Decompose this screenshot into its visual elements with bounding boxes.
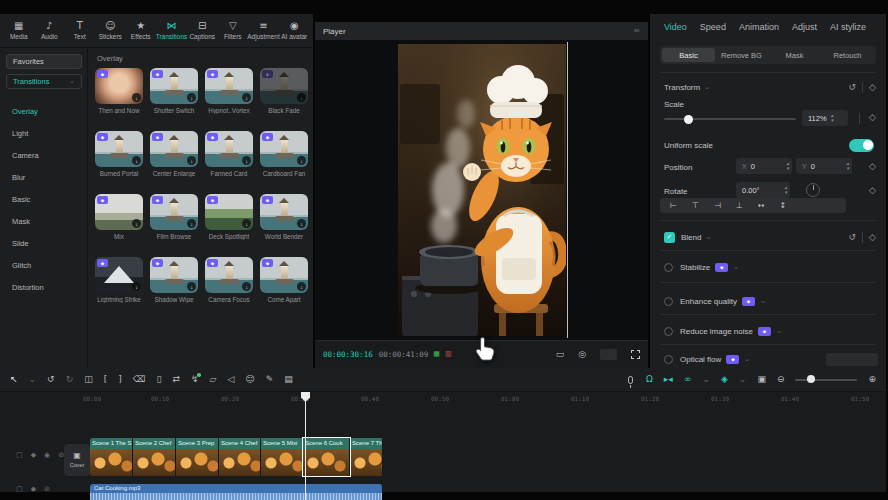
sidebar-item-camera[interactable]: Camera (0, 144, 88, 166)
blend-checkbox[interactable]: ✓ (664, 232, 675, 243)
quality-pill[interactable] (600, 349, 617, 360)
scale-value-box[interactable]: 112% ▴▾ (802, 110, 848, 126)
link-icon[interactable]: ∞ (684, 375, 692, 384)
keyframe-icon[interactable]: ◇ (869, 233, 876, 242)
favorites-button[interactable]: Favorites (6, 54, 82, 69)
smart-tool-icon[interactable]: ↯ (191, 375, 199, 384)
scale-slider-knob[interactable] (684, 115, 693, 124)
timeline-clip[interactable]: Scene 5 Mixi (261, 438, 303, 476)
transition-card[interactable]: ◆↓Burned Portal (95, 131, 143, 177)
transition-card[interactable]: ◆↓Cardboard Fan (260, 131, 308, 177)
snap-icon[interactable]: ▸◂ (664, 375, 673, 384)
transition-card[interactable]: ◆↓Mix (95, 194, 143, 240)
timeline-clip[interactable]: Scene 2 Chef (133, 438, 176, 476)
tab-video[interactable]: Video (664, 22, 687, 32)
transition-card[interactable]: ◆↓Black Fade (260, 68, 308, 114)
sidebar-item-glitch[interactable]: Glitch (0, 254, 88, 276)
track-hide-icon[interactable]: ◉ (44, 452, 50, 459)
transition-card[interactable]: ◆↓Shutter Switch (150, 68, 198, 114)
chevron-down-icon[interactable]: ⌄ (744, 356, 750, 363)
zoom-out-icon[interactable]: ⊖ (777, 375, 785, 384)
tab-stickers[interactable]: ☺Stickers (96, 21, 126, 40)
transition-card[interactable]: ◆↓Hypnot..Vortex (205, 68, 253, 114)
position-y-box[interactable]: Y 0 ▴▾ (796, 158, 852, 174)
zoom-slider-knob[interactable] (807, 375, 815, 383)
chevron-down-icon[interactable]: ⌄ (760, 298, 766, 305)
track-toggle-icon[interactable]: ▢ (16, 452, 23, 459)
delete-icon[interactable]: ⌫ (133, 375, 146, 384)
transition-card[interactable]: ◆↓Fanned Card (205, 131, 253, 177)
draw-tool-icon[interactable]: ✎ (266, 375, 274, 384)
mirror-icon[interactable]: ⇄ (172, 375, 180, 384)
sidebar-item-slide[interactable]: Slide (0, 232, 88, 254)
transition-card[interactable]: ◆↓Shadow Wipe (150, 257, 198, 303)
sidebar-item-light[interactable]: Light (0, 122, 88, 144)
scale-slider[interactable] (664, 118, 796, 120)
redo-icon[interactable]: ↻ (66, 375, 74, 384)
transition-card[interactable]: ◆↓Deck Spotlight (205, 194, 253, 240)
screen-tool-icon[interactable]: ▤ (284, 375, 293, 384)
extract-icon[interactable]: ▯ (156, 375, 161, 384)
chevron-down-icon[interactable]: ⌄ (705, 234, 711, 241)
track-toggle-icon[interactable]: ▢ (16, 486, 23, 493)
keyframe-icon[interactable]: ◇ (869, 186, 876, 195)
group-icon[interactable]: ◈ (721, 375, 728, 384)
chevron-down-icon[interactable]: ⌄ (29, 375, 37, 384)
rotate-value-box[interactable]: 0.00° ▴▾ (736, 182, 790, 198)
audio-clip[interactable]: Cat Cooking.mp3 (90, 484, 382, 500)
tab-text[interactable]: TText (65, 21, 95, 40)
uniform-scale-toggle[interactable] (849, 139, 874, 152)
chevron-down-icon[interactable]: ⌄ (702, 375, 710, 384)
optical-flow-checkbox[interactable] (664, 355, 673, 364)
aspect-ratio-icon[interactable]: ▭ (556, 350, 565, 359)
split-icon[interactable]: ◫ (84, 375, 93, 384)
tab-audio[interactable]: ♪Audio (35, 21, 65, 40)
chevron-down-icon[interactable]: ⌄ (733, 264, 739, 271)
avatar-tool-icon[interactable]: ☺ (245, 375, 254, 384)
stepper-down-icon[interactable]: ▾ (831, 118, 834, 123)
tab-filters[interactable]: ▽Filters (218, 21, 248, 40)
stepper-down-icon[interactable]: ▾ (786, 166, 789, 171)
track-lock-icon[interactable]: ◆ (31, 486, 36, 493)
subtab-retouch[interactable]: Retouch (821, 48, 874, 62)
video-preview[interactable] (398, 44, 566, 336)
player-menu-icon[interactable]: ≡ (633, 27, 640, 35)
tab-captions[interactable]: ⊟Captions (188, 21, 218, 40)
tab-ai-stylize[interactable]: AI stylize (830, 22, 866, 32)
undo-icon[interactable]: ↺ (47, 375, 55, 384)
sidebar-item-blur[interactable]: Blur (0, 166, 88, 188)
enhance-quality-checkbox[interactable] (664, 297, 673, 306)
transition-card[interactable]: ◆↓Film Browse (150, 194, 198, 240)
sidebar-item-overlay[interactable]: Overlay (0, 100, 88, 122)
subtab-basic[interactable]: Basic (662, 48, 715, 62)
audio-tool-icon[interactable]: ◁ (227, 375, 234, 384)
track-lock-icon[interactable]: ◆ (31, 452, 36, 459)
magnet-icon[interactable]: Ω (646, 375, 653, 384)
timeline-ruler[interactable]: 00:00 00:10 00:20 00:30 00:40 00:50 01:0… (0, 392, 886, 405)
reset-icon[interactable]: ↺ (849, 83, 857, 92)
tab-adjust[interactable]: Adjust (792, 22, 817, 32)
timeline-clip[interactable]: Scene 1 The S (90, 438, 133, 476)
transition-card[interactable]: ◆↓Come Apart (260, 257, 308, 303)
tab-effects[interactable]: ★Effects (126, 21, 156, 40)
timeline-zoom-slider[interactable] (795, 379, 857, 381)
position-x-box[interactable]: X 0 ▴▾ (736, 158, 792, 174)
zoom-in-icon[interactable]: ⊕ (868, 375, 876, 384)
playhead-line[interactable] (305, 392, 306, 500)
transition-card[interactable]: ◆↓World Bender (260, 194, 308, 240)
align-left-icon[interactable]: ⊢ (670, 202, 677, 210)
align-bottom-icon[interactable]: ⊥ (736, 202, 743, 210)
stepper-down-icon[interactable]: ▾ (846, 166, 849, 171)
category-dropdown[interactable]: Transitions⌄ (6, 74, 82, 89)
transition-card[interactable]: ◆↓Center Enlarge (150, 131, 198, 177)
sidebar-item-mask[interactable]: Mask (0, 210, 88, 232)
timeline-clip[interactable]: Scene 3 Prep (176, 438, 219, 476)
tab-media[interactable]: ▦Media (4, 21, 34, 40)
keyframe-icon[interactable]: ◇ (869, 83, 876, 92)
timeline-clip-selected[interactable]: Scene 6 Cook (303, 438, 350, 476)
transition-card[interactable]: ◆↓Camera Focus (205, 257, 253, 303)
stabilize-checkbox[interactable] (664, 263, 673, 272)
tab-transitions[interactable]: ⋈Transitions (157, 21, 187, 40)
keyframe-icon[interactable]: ◇ (869, 162, 876, 171)
align-center-h-icon[interactable]: ↔ (758, 202, 765, 210)
